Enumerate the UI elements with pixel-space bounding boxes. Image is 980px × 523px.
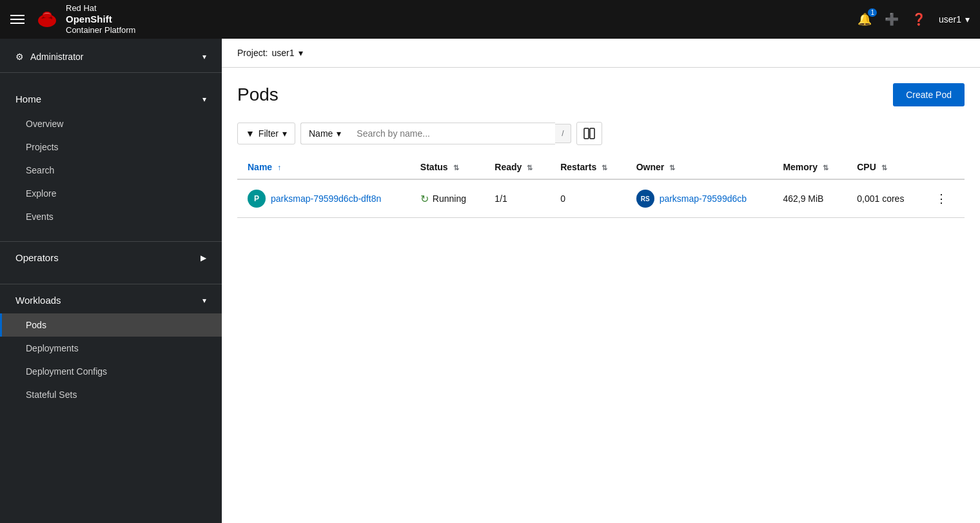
project-chevron-icon: ▾ bbox=[299, 48, 303, 58]
brand-logo: Red Hat OpenShift Container Platform bbox=[35, 3, 135, 35]
page-title: Pods bbox=[237, 84, 279, 105]
pod-action-menu[interactable]: ⋮ bbox=[933, 189, 954, 208]
content-area: Project: user1 ▾ Pods Create Pod ▼ Filte… bbox=[222, 39, 980, 523]
pod-action-cell: ⋮ bbox=[923, 179, 965, 218]
filter-dropdown[interactable]: ▼ Filter ▾ bbox=[237, 123, 295, 144]
name-dropdown[interactable]: Name ▾ bbox=[300, 123, 349, 144]
pod-memory-value: 462,9 MiB bbox=[783, 193, 823, 204]
brand-text: Red Hat OpenShift Container Platform bbox=[66, 3, 135, 35]
sidebar-item-stateful-sets[interactable]: Stateful Sets bbox=[0, 383, 222, 406]
brand-openshift: OpenShift bbox=[66, 14, 135, 25]
brand-redhat: Red Hat bbox=[66, 3, 135, 14]
user-menu[interactable]: user1 ▾ bbox=[939, 14, 970, 25]
svg-rect-4 bbox=[590, 128, 594, 139]
columns-toggle[interactable] bbox=[576, 122, 602, 145]
pod-cpu-value: 0,001 cores bbox=[857, 193, 904, 204]
search-group: Name ▾ / bbox=[300, 123, 571, 144]
sidebar-workloads-chevron-icon: ▾ bbox=[202, 296, 206, 305]
sidebar-operators-section: Operators ▶ bbox=[0, 233, 222, 276]
col-name-sort-icon: ↑ bbox=[277, 163, 281, 172]
top-nav-right: 🔔1 ➕ ❓ user1 ▾ bbox=[858, 12, 970, 26]
sidebar-item-events[interactable]: Events bbox=[0, 205, 222, 228]
filter-funnel-icon: ▼ bbox=[246, 128, 255, 139]
pod-status: ↻ Running bbox=[420, 193, 475, 205]
col-restarts-label: Restarts bbox=[560, 162, 596, 172]
col-memory-sort-icon: ⇅ bbox=[823, 164, 828, 172]
main-layout: ⚙ Administrator ▾ Home ▾ Overview Projec… bbox=[0, 39, 980, 523]
sidebar-item-explore[interactable]: Explore bbox=[0, 182, 222, 205]
col-owner-label: Owner bbox=[636, 162, 665, 172]
col-name[interactable]: Name ↑ bbox=[237, 155, 410, 179]
table-row: P parksmap-79599d6cb-dft8n ↻ Running 1/1 bbox=[237, 179, 965, 218]
col-ready[interactable]: Ready ⇅ bbox=[484, 155, 550, 179]
filter-bar: ▼ Filter ▾ Name ▾ / bbox=[237, 122, 965, 145]
col-status[interactable]: Status ⇅ bbox=[410, 155, 485, 179]
sidebar-item-projects[interactable]: Projects bbox=[0, 135, 222, 159]
col-owner-sort-icon: ⇅ bbox=[669, 164, 675, 172]
pod-status-label: Running bbox=[433, 193, 466, 204]
filter-label: Filter bbox=[259, 128, 279, 139]
sidebar-operators-chevron-icon: ▶ bbox=[201, 253, 206, 262]
role-label: Administrator bbox=[30, 52, 83, 62]
sidebar-item-pods[interactable]: Pods bbox=[0, 313, 222, 337]
hamburger-menu[interactable] bbox=[10, 15, 24, 24]
owner-badge: RS bbox=[636, 190, 654, 208]
pod-ready-value: 1/1 bbox=[495, 193, 507, 204]
col-restarts[interactable]: Restarts ⇅ bbox=[550, 155, 625, 179]
col-owner[interactable]: Owner ⇅ bbox=[626, 155, 773, 179]
create-pod-button[interactable]: Create Pod bbox=[893, 83, 965, 106]
top-navigation: Red Hat OpenShift Container Platform 🔔1 … bbox=[0, 0, 980, 39]
sidebar-item-deployment-configs[interactable]: Deployment Configs bbox=[0, 360, 222, 383]
col-ready-label: Ready bbox=[495, 162, 522, 172]
page-content: Pods Create Pod ▼ Filter ▾ Name ▾ / bbox=[222, 68, 980, 233]
filter-chevron-icon: ▾ bbox=[282, 128, 287, 139]
col-status-label: Status bbox=[420, 162, 448, 172]
name-label: Name bbox=[309, 128, 333, 139]
project-selector[interactable]: Project: user1 ▾ bbox=[237, 48, 303, 58]
user-chevron-icon: ▾ bbox=[965, 14, 970, 25]
col-memory[interactable]: Memory ⇅ bbox=[772, 155, 847, 179]
pod-name-link[interactable]: parksmap-79599d6cb-dft8n bbox=[271, 193, 381, 204]
pod-cpu-cell: 0,001 cores bbox=[847, 179, 923, 218]
pod-name-inner: P parksmap-79599d6cb-dft8n bbox=[248, 190, 400, 208]
table-body: P parksmap-79599d6cb-dft8n ↻ Running 1/1 bbox=[237, 179, 965, 218]
brand-platform: Container Platform bbox=[66, 25, 135, 35]
project-label: Project: bbox=[237, 48, 268, 58]
sidebar-group-workloads[interactable]: Workloads ▾ bbox=[0, 287, 222, 313]
sidebar-home-chevron-icon: ▾ bbox=[202, 95, 206, 104]
col-cpu[interactable]: CPU ⇅ bbox=[847, 155, 923, 179]
search-input[interactable] bbox=[349, 123, 555, 144]
sidebar-item-overview[interactable]: Overview bbox=[0, 112, 222, 135]
sidebar-group-home[interactable]: Home ▾ bbox=[0, 86, 222, 112]
username: user1 bbox=[939, 14, 961, 25]
sidebar-divider-1 bbox=[0, 72, 222, 73]
sidebar-item-search[interactable]: Search bbox=[0, 159, 222, 182]
redhat-logo-icon bbox=[35, 7, 59, 32]
sidebar-group-operators[interactable]: Operators ▶ bbox=[0, 244, 222, 271]
project-name: user1 bbox=[271, 48, 294, 58]
sidebar-role-selector[interactable]: ⚙ Administrator ▾ bbox=[0, 44, 222, 70]
sidebar-workloads-section: Workloads ▾ Pods Deployments Deployment … bbox=[0, 276, 222, 411]
project-bar: Project: user1 ▾ bbox=[222, 39, 980, 68]
status-running-icon: ↻ bbox=[420, 193, 429, 205]
notifications-icon[interactable]: 🔔1 bbox=[858, 12, 872, 26]
sidebar-role-left: ⚙ Administrator bbox=[15, 52, 83, 62]
add-icon[interactable]: ➕ bbox=[885, 12, 899, 26]
col-name-label: Name bbox=[248, 162, 272, 172]
help-icon[interactable]: ❓ bbox=[912, 12, 926, 26]
sidebar-item-deployments[interactable]: Deployments bbox=[0, 337, 222, 360]
pod-name-cell: P parksmap-79599d6cb-dft8n bbox=[237, 179, 410, 218]
owner-inner: RS parksmap-79599d6cb bbox=[636, 190, 763, 208]
sidebar-divider-3 bbox=[0, 284, 222, 284]
pod-restarts-cell: 0 bbox=[550, 179, 625, 218]
col-restarts-sort-icon: ⇅ bbox=[602, 164, 607, 172]
sidebar-divider-2 bbox=[0, 241, 222, 242]
sidebar-role-section: ⚙ Administrator ▾ bbox=[0, 39, 222, 81]
brand-area: Red Hat OpenShift Container Platform bbox=[10, 3, 230, 35]
table-header: Name ↑ Status ⇅ Ready ⇅ Restarts bbox=[237, 155, 965, 179]
col-memory-label: Memory bbox=[783, 162, 818, 172]
col-cpu-label: CPU bbox=[857, 162, 876, 172]
owner-link[interactable]: parksmap-79599d6cb bbox=[660, 193, 747, 204]
pod-icon: P bbox=[248, 190, 266, 208]
gear-icon: ⚙ bbox=[15, 52, 24, 62]
